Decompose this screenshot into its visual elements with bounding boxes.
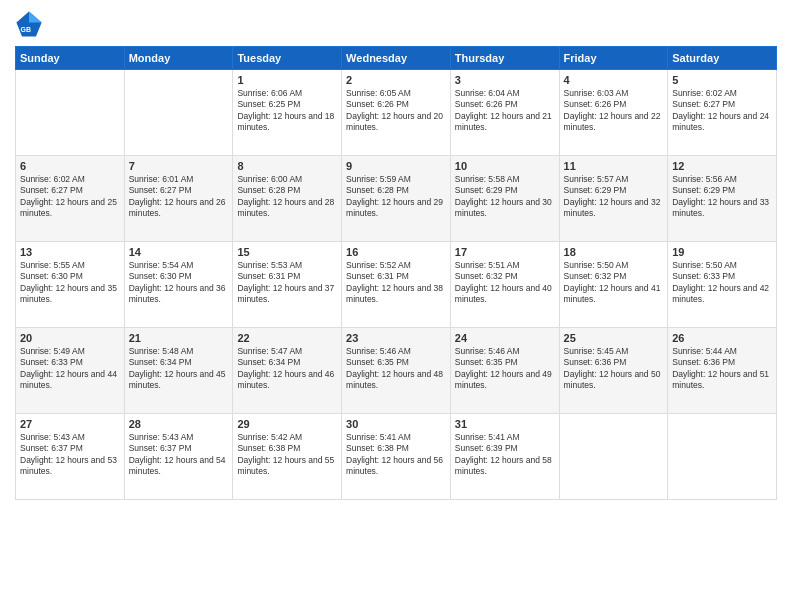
day-cell: 22Sunrise: 5:47 AMSunset: 6:34 PMDayligh… <box>233 328 342 414</box>
day-number: 10 <box>455 160 555 172</box>
day-cell: 31Sunrise: 5:41 AMSunset: 6:39 PMDayligh… <box>450 414 559 500</box>
day-cell: 26Sunrise: 5:44 AMSunset: 6:36 PMDayligh… <box>668 328 777 414</box>
day-cell: 20Sunrise: 5:49 AMSunset: 6:33 PMDayligh… <box>16 328 125 414</box>
day-cell: 30Sunrise: 5:41 AMSunset: 6:38 PMDayligh… <box>342 414 451 500</box>
day-cell: 16Sunrise: 5:52 AMSunset: 6:31 PMDayligh… <box>342 242 451 328</box>
week-row-2: 6Sunrise: 6:02 AMSunset: 6:27 PMDaylight… <box>16 156 777 242</box>
column-header-tuesday: Tuesday <box>233 47 342 70</box>
day-number: 31 <box>455 418 555 430</box>
cell-info: Sunrise: 5:47 AMSunset: 6:34 PMDaylight:… <box>237 346 337 392</box>
calendar-table: SundayMondayTuesdayWednesdayThursdayFrid… <box>15 46 777 500</box>
cell-info: Sunrise: 5:46 AMSunset: 6:35 PMDaylight:… <box>346 346 446 392</box>
day-number: 29 <box>237 418 337 430</box>
cell-info: Sunrise: 5:51 AMSunset: 6:32 PMDaylight:… <box>455 260 555 306</box>
day-cell: 7Sunrise: 6:01 AMSunset: 6:27 PMDaylight… <box>124 156 233 242</box>
day-number: 25 <box>564 332 664 344</box>
day-cell: 14Sunrise: 5:54 AMSunset: 6:30 PMDayligh… <box>124 242 233 328</box>
day-cell: 11Sunrise: 5:57 AMSunset: 6:29 PMDayligh… <box>559 156 668 242</box>
day-number: 22 <box>237 332 337 344</box>
cell-info: Sunrise: 5:43 AMSunset: 6:37 PMDaylight:… <box>129 432 229 478</box>
day-number: 20 <box>20 332 120 344</box>
cell-info: Sunrise: 5:45 AMSunset: 6:36 PMDaylight:… <box>564 346 664 392</box>
day-cell: 29Sunrise: 5:42 AMSunset: 6:38 PMDayligh… <box>233 414 342 500</box>
day-cell: 13Sunrise: 5:55 AMSunset: 6:30 PMDayligh… <box>16 242 125 328</box>
day-number: 16 <box>346 246 446 258</box>
cell-info: Sunrise: 5:53 AMSunset: 6:31 PMDaylight:… <box>237 260 337 306</box>
cell-info: Sunrise: 5:46 AMSunset: 6:35 PMDaylight:… <box>455 346 555 392</box>
day-number: 14 <box>129 246 229 258</box>
day-cell: 3Sunrise: 6:04 AMSunset: 6:26 PMDaylight… <box>450 70 559 156</box>
cell-info: Sunrise: 5:57 AMSunset: 6:29 PMDaylight:… <box>564 174 664 220</box>
day-number: 4 <box>564 74 664 86</box>
cell-info: Sunrise: 5:49 AMSunset: 6:33 PMDaylight:… <box>20 346 120 392</box>
cell-info: Sunrise: 5:43 AMSunset: 6:37 PMDaylight:… <box>20 432 120 478</box>
day-cell: 28Sunrise: 5:43 AMSunset: 6:37 PMDayligh… <box>124 414 233 500</box>
cell-info: Sunrise: 5:55 AMSunset: 6:30 PMDaylight:… <box>20 260 120 306</box>
week-row-3: 13Sunrise: 5:55 AMSunset: 6:30 PMDayligh… <box>16 242 777 328</box>
page: GB SundayMondayTuesdayWednesdayThursdayF… <box>0 0 792 612</box>
day-cell: 18Sunrise: 5:50 AMSunset: 6:32 PMDayligh… <box>559 242 668 328</box>
day-cell: 1Sunrise: 6:06 AMSunset: 6:25 PMDaylight… <box>233 70 342 156</box>
cell-info: Sunrise: 6:03 AMSunset: 6:26 PMDaylight:… <box>564 88 664 134</box>
cell-info: Sunrise: 6:02 AMSunset: 6:27 PMDaylight:… <box>672 88 772 134</box>
day-cell: 5Sunrise: 6:02 AMSunset: 6:27 PMDaylight… <box>668 70 777 156</box>
cell-info: Sunrise: 5:59 AMSunset: 6:28 PMDaylight:… <box>346 174 446 220</box>
day-number: 6 <box>20 160 120 172</box>
day-number: 1 <box>237 74 337 86</box>
day-number: 18 <box>564 246 664 258</box>
day-number: 28 <box>129 418 229 430</box>
cell-info: Sunrise: 5:56 AMSunset: 6:29 PMDaylight:… <box>672 174 772 220</box>
day-cell: 10Sunrise: 5:58 AMSunset: 6:29 PMDayligh… <box>450 156 559 242</box>
day-cell: 17Sunrise: 5:51 AMSunset: 6:32 PMDayligh… <box>450 242 559 328</box>
day-number: 26 <box>672 332 772 344</box>
cell-info: Sunrise: 5:50 AMSunset: 6:32 PMDaylight:… <box>564 260 664 306</box>
cell-info: Sunrise: 5:41 AMSunset: 6:39 PMDaylight:… <box>455 432 555 478</box>
day-cell: 24Sunrise: 5:46 AMSunset: 6:35 PMDayligh… <box>450 328 559 414</box>
column-header-thursday: Thursday <box>450 47 559 70</box>
day-cell <box>668 414 777 500</box>
logo: GB <box>15 10 47 38</box>
cell-info: Sunrise: 6:00 AMSunset: 6:28 PMDaylight:… <box>237 174 337 220</box>
week-row-5: 27Sunrise: 5:43 AMSunset: 6:37 PMDayligh… <box>16 414 777 500</box>
day-number: 15 <box>237 246 337 258</box>
day-cell: 6Sunrise: 6:02 AMSunset: 6:27 PMDaylight… <box>16 156 125 242</box>
day-cell: 9Sunrise: 5:59 AMSunset: 6:28 PMDaylight… <box>342 156 451 242</box>
day-number: 23 <box>346 332 446 344</box>
cell-info: Sunrise: 6:01 AMSunset: 6:27 PMDaylight:… <box>129 174 229 220</box>
day-number: 3 <box>455 74 555 86</box>
day-number: 2 <box>346 74 446 86</box>
cell-info: Sunrise: 5:50 AMSunset: 6:33 PMDaylight:… <box>672 260 772 306</box>
column-header-friday: Friday <box>559 47 668 70</box>
svg-text:GB: GB <box>21 26 32 33</box>
header: GB <box>15 10 777 38</box>
day-cell: 27Sunrise: 5:43 AMSunset: 6:37 PMDayligh… <box>16 414 125 500</box>
column-header-saturday: Saturday <box>668 47 777 70</box>
day-number: 21 <box>129 332 229 344</box>
cell-info: Sunrise: 6:06 AMSunset: 6:25 PMDaylight:… <box>237 88 337 134</box>
week-row-4: 20Sunrise: 5:49 AMSunset: 6:33 PMDayligh… <box>16 328 777 414</box>
day-number: 12 <box>672 160 772 172</box>
cell-info: Sunrise: 5:52 AMSunset: 6:31 PMDaylight:… <box>346 260 446 306</box>
day-number: 30 <box>346 418 446 430</box>
cell-info: Sunrise: 5:44 AMSunset: 6:36 PMDaylight:… <box>672 346 772 392</box>
day-cell: 2Sunrise: 6:05 AMSunset: 6:26 PMDaylight… <box>342 70 451 156</box>
day-cell <box>16 70 125 156</box>
day-number: 27 <box>20 418 120 430</box>
column-header-sunday: Sunday <box>16 47 125 70</box>
cell-info: Sunrise: 6:02 AMSunset: 6:27 PMDaylight:… <box>20 174 120 220</box>
day-number: 8 <box>237 160 337 172</box>
day-cell: 25Sunrise: 5:45 AMSunset: 6:36 PMDayligh… <box>559 328 668 414</box>
day-cell <box>124 70 233 156</box>
day-number: 7 <box>129 160 229 172</box>
day-cell: 19Sunrise: 5:50 AMSunset: 6:33 PMDayligh… <box>668 242 777 328</box>
day-cell: 4Sunrise: 6:03 AMSunset: 6:26 PMDaylight… <box>559 70 668 156</box>
day-number: 9 <box>346 160 446 172</box>
cell-info: Sunrise: 5:48 AMSunset: 6:34 PMDaylight:… <box>129 346 229 392</box>
cell-info: Sunrise: 5:58 AMSunset: 6:29 PMDaylight:… <box>455 174 555 220</box>
day-cell: 23Sunrise: 5:46 AMSunset: 6:35 PMDayligh… <box>342 328 451 414</box>
day-number: 19 <box>672 246 772 258</box>
cell-info: Sunrise: 5:41 AMSunset: 6:38 PMDaylight:… <box>346 432 446 478</box>
cell-info: Sunrise: 6:05 AMSunset: 6:26 PMDaylight:… <box>346 88 446 134</box>
day-cell: 15Sunrise: 5:53 AMSunset: 6:31 PMDayligh… <box>233 242 342 328</box>
day-number: 5 <box>672 74 772 86</box>
